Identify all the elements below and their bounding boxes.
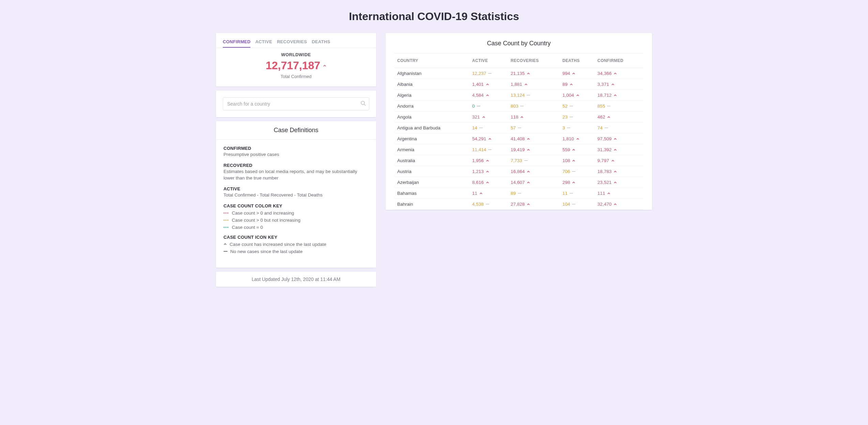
chevron-up-icon	[527, 181, 530, 184]
last-updated-card: Last Updated July 12th, 2020 at 11:44 AM	[216, 272, 376, 287]
chevron-up-icon	[614, 137, 617, 141]
col-confirmed[interactable]: CONFIRMED	[595, 53, 643, 68]
recoveries-value: 1,881	[511, 82, 528, 87]
country-name: Australia	[394, 155, 469, 166]
dash-icon	[223, 251, 228, 252]
icon-key-head: CASE COUNT ICON KEY	[223, 235, 369, 240]
table-row[interactable]: Austria1,21316,86470618,783	[394, 166, 643, 177]
table-row[interactable]: Angola32111823462	[394, 112, 643, 123]
recoveries-value: 19,419	[511, 147, 530, 152]
tab-active[interactable]: ACTIVE	[255, 39, 272, 48]
worldwide-sublabel: Total Confirmed	[223, 74, 369, 79]
country-name: Afghanistan	[394, 68, 469, 79]
table-scroll[interactable]: COUNTRY ACTIVE RECOVERIES DEATHS CONFIRM…	[394, 53, 643, 210]
active-value: 12,237	[472, 71, 492, 76]
dash-icon	[524, 160, 528, 161]
country-name: Argentina	[394, 133, 469, 144]
dash-icon	[520, 106, 524, 107]
search-icon	[360, 100, 366, 107]
chevron-up-icon	[482, 115, 485, 119]
chevron-up-icon	[488, 137, 492, 141]
active-value: 8,616	[472, 180, 489, 185]
worldwide-value: 12,717,187	[266, 59, 326, 72]
recoveries-value: 21,135	[511, 71, 530, 76]
deaths-value: 104	[562, 202, 576, 207]
tab-recoveries[interactable]: RECOVERIES	[277, 39, 307, 48]
recoveries-value: 89	[511, 191, 521, 196]
confirmed-value: 31,392	[598, 147, 617, 152]
confirmed-value: 111	[598, 191, 611, 196]
chevron-up-icon	[323, 64, 326, 67]
chevron-up-icon	[572, 148, 575, 152]
active-value: 4,584	[472, 93, 489, 98]
worldwide-card: CONFIRMED ACTIVE RECOVERIES DEATHS WORLD…	[216, 33, 376, 86]
table-row[interactable]: Antigua and Barbuda1457374	[394, 123, 643, 133]
definitions-title: Case Definitions	[216, 121, 376, 140]
dash-icon	[488, 73, 492, 74]
icon-key-flat: No new cases since the last update	[230, 249, 303, 254]
worldwide-number: 12,717,187	[266, 59, 320, 72]
country-name: Andorra	[394, 101, 469, 112]
chevron-up-icon	[611, 159, 615, 162]
chevron-up-icon	[611, 83, 615, 86]
chevron-up-icon	[576, 137, 579, 141]
table-row[interactable]: Australia1,9567,7331089,797	[394, 155, 643, 166]
table-row[interactable]: Algeria4,58413,1241,00418,712	[394, 90, 643, 101]
recoveries-value: 16,864	[511, 169, 530, 174]
country-name: Azerbaijan	[394, 177, 469, 188]
dash-icon	[567, 128, 570, 128]
confirmed-value: 74	[598, 125, 608, 130]
tab-deaths[interactable]: DEATHS	[312, 39, 330, 48]
worldwide-label: WORLDWIDE	[223, 52, 369, 57]
color-key-orange: Case count > 0 but not increasing	[232, 218, 301, 223]
chevron-up-icon	[576, 94, 579, 97]
country-name: Antigua and Barbuda	[394, 123, 469, 133]
table-row[interactable]: Afghanistan12,23721,13599434,366	[394, 68, 643, 79]
dash-icon	[518, 193, 521, 194]
col-recoveries[interactable]: RECOVERIES	[508, 53, 560, 68]
table-row[interactable]: Azerbaijan8,61614,60729823,521	[394, 177, 643, 188]
confirmed-value: 23,521	[598, 180, 617, 185]
icon-key-up: Case count has increased since the last …	[230, 242, 326, 247]
chevron-up-icon	[572, 181, 575, 184]
col-deaths[interactable]: DEATHS	[560, 53, 595, 68]
chevron-up-icon	[486, 159, 489, 162]
stat-tabs: CONFIRMED ACTIVE RECOVERIES DEATHS	[216, 33, 376, 48]
color-key-head: CASE COUNT COLOR KEY	[223, 203, 369, 208]
table-row[interactable]: Bahamas118911111	[394, 188, 643, 199]
deaths-value: 1,810	[562, 136, 579, 141]
chevron-up-icon	[520, 115, 524, 119]
def-recovered-desc: Estimates based on local media reports, …	[223, 169, 369, 182]
recoveries-value: 13,124	[511, 93, 530, 98]
dash-icon	[518, 128, 521, 128]
chevron-up-icon	[527, 72, 530, 75]
col-country[interactable]: COUNTRY	[394, 53, 469, 68]
chevron-up-icon	[479, 192, 483, 195]
chevron-up-icon	[486, 94, 489, 97]
dash-icon	[607, 106, 610, 107]
table-row[interactable]: Bahrain4,53827,82810432,470	[394, 199, 643, 210]
chevron-up-icon	[527, 170, 530, 173]
recoveries-value: 14,607	[511, 180, 530, 185]
svg-point-0	[361, 101, 365, 105]
country-table: COUNTRY ACTIVE RECOVERIES DEATHS CONFIRM…	[394, 53, 643, 210]
def-confirmed-head: CONFIRMED	[223, 146, 369, 151]
recoveries-value: 118	[511, 114, 524, 120]
dash-icon	[572, 204, 575, 205]
table-row[interactable]: Armenia11,41419,41955931,392	[394, 144, 643, 155]
chevron-up-icon	[614, 170, 617, 173]
country-name: Bahrain	[394, 199, 469, 210]
table-row[interactable]: Andorra080352855	[394, 101, 643, 112]
table-row[interactable]: Argentina54,29141,4081,81097,509	[394, 133, 643, 144]
col-active[interactable]: ACTIVE	[469, 53, 508, 68]
active-value: 1,956	[472, 158, 489, 163]
tab-confirmed[interactable]: CONFIRMED	[223, 39, 250, 48]
table-row[interactable]: Albania1,4011,881893,371	[394, 79, 643, 90]
chevron-up-icon	[607, 192, 610, 195]
table-title: Case Count by Country	[394, 33, 643, 53]
deaths-value: 559	[562, 147, 576, 152]
recoveries-value: 7,733	[511, 158, 528, 163]
dots-green-icon: •••	[223, 225, 229, 229]
search-input[interactable]	[223, 97, 369, 110]
active-value: 1,213	[472, 169, 489, 174]
